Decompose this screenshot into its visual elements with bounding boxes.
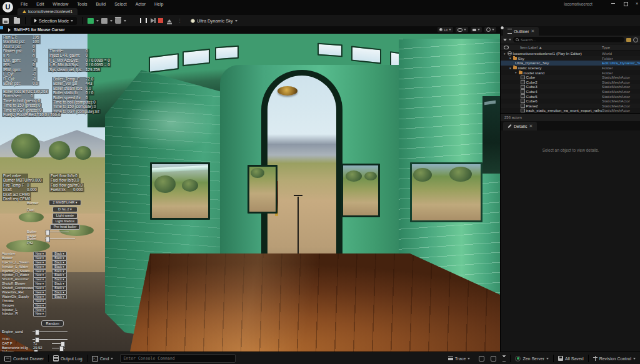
tab-details[interactable]: Details ✕ (503, 122, 537, 130)
menu-item[interactable]: Window (48, 0, 72, 8)
camera-speed-dropdown[interactable] (471, 27, 482, 32)
details-icon (508, 124, 511, 128)
revision-control-dropdown[interactable]: Revision Control (589, 352, 640, 364)
pause-icon[interactable] (140, 18, 147, 23)
zen-server-dropdown[interactable]: Zen Server (511, 352, 553, 364)
outliner-row[interactable]: Cube5 StaticMeshActor (501, 94, 640, 99)
minimize-button[interactable] (608, 0, 619, 8)
content-drawer-button[interactable]: Content Drawer (0, 352, 48, 364)
menu-item[interactable]: Tools (72, 0, 91, 8)
show-flags-dropdown[interactable] (456, 27, 468, 32)
save-icon[interactable] (2, 18, 9, 24)
insights-button[interactable] (474, 352, 489, 364)
tree (49, 141, 70, 160)
menu-item[interactable]: Select (110, 0, 131, 8)
cinematics-icon[interactable] (115, 18, 121, 24)
unreal-logo-icon: U (2, 2, 13, 12)
outliner-row[interactable]: Cube StaticMeshActor (501, 75, 640, 80)
maximize-button[interactable] (620, 0, 631, 8)
actor-label: Plane2 (526, 104, 538, 108)
actor-type: StaticMeshActor (602, 75, 640, 79)
valve-new-dropdown[interactable]: New ▾ (33, 312, 46, 316)
fuel-dropdown[interactable]: D No.2 ▾ (52, 207, 78, 212)
close-icon[interactable]: ✕ (529, 124, 532, 129)
outliner-tree: ▾ locomotiveerectionlevel1 (Play In Edit… (501, 51, 640, 113)
tab-outliner[interactable]: Outliner ✕ (503, 27, 539, 36)
screenshot-button[interactable] (489, 352, 498, 364)
env-slider[interactable] (52, 348, 65, 348)
level-viewport[interactable]: Shift+F1 for Mouse Cursor Lit (0, 26, 500, 352)
visibility-eye-icon[interactable] (504, 46, 509, 49)
sim-stats-times: Boiler loss BTUs:130,263Burns/sec:0Time … (2, 89, 61, 117)
expander-icon[interactable]: ▾ (515, 71, 517, 74)
outliner-settings-icon[interactable] (633, 37, 638, 42)
sim-action-button[interactable]: Light waste (52, 213, 78, 219)
level-tab[interactable]: locomotiveerectionlevel1 (18, 8, 78, 15)
boiler-slider[interactable] (45, 232, 69, 232)
eject-icon[interactable] (167, 19, 172, 22)
stop-icon[interactable] (158, 18, 163, 23)
filter-icon[interactable] (503, 39, 507, 41)
valve-new-dropdown[interactable]: New ▾ (33, 265, 46, 269)
env-slider[interactable] (32, 339, 68, 340)
outliner-row[interactable]: ▾ model stand Folder (501, 70, 640, 75)
add-actor-icon[interactable] (88, 18, 94, 24)
menu-item[interactable]: Edit (32, 0, 48, 8)
column-type[interactable]: Type (602, 46, 640, 49)
close-icon[interactable]: ✕ (531, 29, 535, 34)
outliner-row[interactable]: ▾ static scenery Folder (501, 66, 640, 71)
column-item-label[interactable]: Item Label ▲ (520, 46, 602, 49)
outliner-search-input[interactable]: Search... (513, 37, 624, 42)
outliner-row[interactable]: Ultra_Dynamic_Sky Edit Ultra_Dynamic_Sky (501, 61, 640, 66)
console-command-input[interactable] (120, 354, 236, 363)
random-button[interactable]: Random (41, 320, 64, 327)
outliner-row[interactable]: Cube3 StaticMeshActor (501, 84, 640, 89)
outliner-row[interactable]: Cube6 StaticMeshActor (501, 99, 640, 104)
menu-item[interactable]: File (16, 0, 32, 8)
create-folder-icon[interactable] (626, 38, 631, 42)
sim-action-button[interactable]: Light firebox (52, 219, 78, 224)
content-browser-icon[interactable] (14, 18, 20, 24)
trace-dropdown[interactable]: Trace (444, 352, 475, 364)
valve-new-dropdown[interactable]: New ▾ (33, 303, 46, 308)
save-status-button[interactable]: All Saved (554, 352, 588, 364)
menu-item[interactable]: Actor (131, 0, 150, 8)
valve-black-dropdown[interactable]: Black ▾ (52, 295, 67, 299)
viewport-settings-dropdown[interactable] (484, 27, 496, 32)
close-button[interactable]: × (631, 0, 640, 8)
outliner-row[interactable]: Plane2 StaticMeshActor (501, 104, 640, 109)
view-mode-dropdown[interactable]: Lit (438, 27, 453, 32)
output-log-button[interactable]: Output Log (49, 352, 87, 364)
valve-label: Gauges (2, 303, 14, 307)
env-slider[interactable] (52, 343, 65, 344)
expander-icon[interactable]: ▾ (509, 66, 511, 70)
chevron-down-icon[interactable] (509, 39, 511, 41)
chevron-down-icon[interactable] (96, 20, 99, 22)
blueprints-icon[interactable] (101, 18, 108, 24)
trace-label: Trace (455, 357, 466, 361)
chevron-down-icon[interactable] (124, 20, 126, 22)
outliner-row[interactable]: track_static_erection_ea_mont_export_rai… (501, 108, 640, 113)
frame-skip-icon[interactable] (151, 18, 154, 23)
door-side-window-right (341, 164, 380, 217)
ultra-dynamic-sky-button[interactable]: Ultra Dynamic Sky (191, 19, 238, 23)
burner-dropdown[interactable]: 2 MMBTU/HR ▾ (49, 200, 81, 205)
sim-action-button[interactable]: Pre-heat boiler (50, 224, 80, 230)
outliner-row[interactable]: Cube2 StaticMeshActor (501, 80, 640, 85)
expander-icon[interactable]: ▾ (504, 52, 506, 56)
selection-mode-dropdown[interactable]: Selection Mode (31, 17, 77, 25)
cmd-dropdown[interactable]: >_ Cmd (88, 352, 118, 364)
valve-black-dropdown[interactable]: Black ▾ (52, 265, 67, 269)
session-button[interactable] (498, 352, 510, 364)
menu-item[interactable]: Help (150, 0, 168, 8)
play-options-icon[interactable]: ⋮ (177, 18, 182, 24)
tree (11, 134, 40, 159)
expander-icon[interactable]: ▾ (509, 56, 511, 60)
outliner-row[interactable]: ▾ Sky Folder (501, 56, 640, 61)
outliner-row[interactable]: Cube4 StaticMeshActor (501, 89, 640, 94)
menu-item[interactable]: Build (92, 0, 111, 8)
env-slider[interactable] (32, 332, 68, 332)
chevron-down-icon[interactable] (110, 20, 112, 22)
outliner-row[interactable]: ▾ locomotiveerectionlevel1 (Play In Edit… (501, 51, 640, 56)
boiler-slider[interactable] (45, 239, 75, 239)
